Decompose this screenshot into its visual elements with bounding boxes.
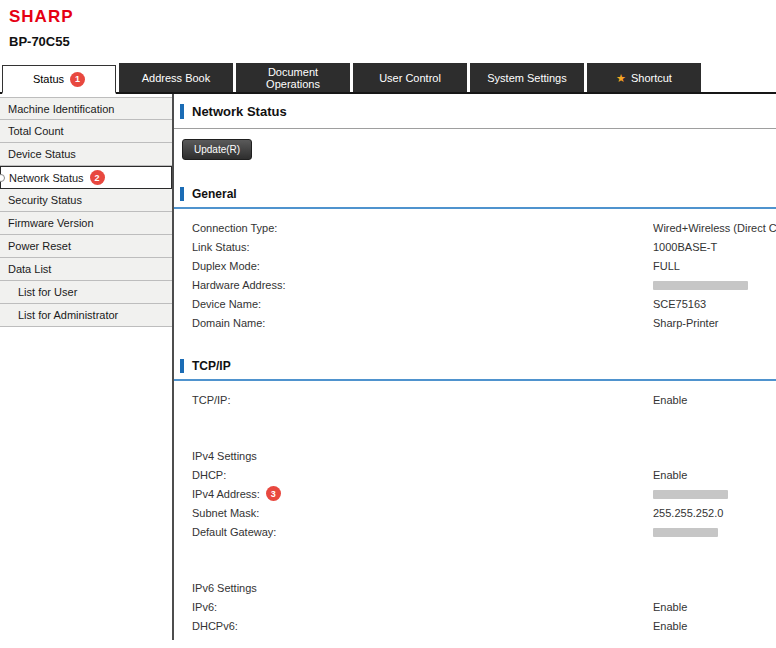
body-row: Machine Identification Total Count Devic… bbox=[0, 94, 776, 640]
row-label: IPv6: bbox=[192, 601, 653, 613]
row-value: 255.255.252.0 bbox=[653, 507, 776, 519]
model-name: BP-70C55 bbox=[9, 34, 776, 49]
tab-shortcut-label: Shortcut bbox=[631, 72, 672, 84]
tab-address-book[interactable]: Address Book bbox=[119, 63, 233, 92]
sidebar-item-total-count[interactable]: Total Count bbox=[0, 120, 172, 143]
row-label: IPv4 Address: 3 bbox=[192, 486, 653, 501]
row-value: 1000BASE-T bbox=[653, 241, 776, 253]
row-label-text: IPv4 Address: bbox=[192, 488, 260, 500]
info-subheading: IPv4 Settings bbox=[174, 446, 776, 465]
row-value: Enable bbox=[653, 469, 776, 481]
row-label: DHCP: bbox=[192, 469, 653, 481]
row-label: Duplex Mode: bbox=[192, 260, 653, 272]
sidebar-item-list-for-user[interactable]: List for User bbox=[0, 281, 172, 304]
info-row: Hardware Address: bbox=[174, 275, 776, 294]
sidebar-item-machine-identification[interactable]: Machine Identification bbox=[0, 97, 172, 120]
info-row: Subnet Mask: 255.255.252.0 bbox=[174, 503, 776, 522]
section-accent-bar bbox=[180, 187, 184, 201]
tab-address-book-label: Address Book bbox=[142, 72, 210, 84]
main-content: Network Status Update(R) General Connect… bbox=[174, 94, 776, 640]
section-accent-bar bbox=[180, 359, 184, 373]
row-label: TCP/IP: bbox=[192, 394, 653, 406]
section-tcpip: TCP/IP TCP/IP: Enable IPv4 Settings DHCP… bbox=[174, 359, 776, 640]
row-value: Wired+Wireless (Direct C bbox=[653, 222, 776, 234]
info-subheading: IPv6 Settings bbox=[174, 578, 776, 597]
info-row: IPv4 Address: 3 bbox=[174, 484, 776, 503]
row-value: SCE75163 bbox=[653, 298, 776, 310]
sidebar-item-device-status[interactable]: Device Status bbox=[0, 143, 172, 166]
info-row: TCP/IP: Enable bbox=[174, 390, 776, 409]
sidebar-item-label: Network Status bbox=[9, 172, 84, 184]
sidebar-item-label: Device Status bbox=[8, 148, 76, 160]
info-row: Device Name: SCE75163 bbox=[174, 294, 776, 313]
sidebar-item-label: Data List bbox=[8, 263, 51, 275]
row-label: IPv6 Settings bbox=[192, 582, 653, 594]
page-title: Network Status bbox=[174, 104, 776, 119]
sidebar-item-label: Power Reset bbox=[8, 240, 71, 252]
sidebar-item-firmware-version[interactable]: Firmware Version bbox=[0, 212, 172, 235]
redacted-value bbox=[653, 281, 748, 290]
sidebar-item-list-for-administrator[interactable]: List for Administrator bbox=[0, 304, 172, 327]
star-icon: ★ bbox=[616, 72, 626, 84]
title-accent-bar bbox=[180, 104, 184, 119]
row-label: Hardware Address: bbox=[192, 279, 653, 291]
row-value: Enable bbox=[653, 620, 776, 632]
row-label: Manual Address: bbox=[192, 639, 653, 641]
tab-document-operations[interactable]: Document Operations bbox=[236, 63, 350, 92]
info-row: Link Status: 1000BASE-T bbox=[174, 237, 776, 256]
row-value: FULL bbox=[653, 260, 776, 272]
row-label: IPv4 Settings bbox=[192, 450, 653, 462]
sidebar-item-label: Security Status bbox=[8, 194, 82, 206]
section-general: General Connection Type: Wired+Wireless … bbox=[174, 187, 776, 332]
tab-status-label: Status bbox=[33, 73, 64, 85]
row-label: Subnet Mask: bbox=[192, 507, 653, 519]
sidebar-item-label: Machine Identification bbox=[8, 103, 114, 115]
sidebar-item-label: Firmware Version bbox=[8, 217, 94, 229]
tab-status[interactable]: Status 1 bbox=[2, 65, 116, 94]
row-label: Default Gateway: bbox=[192, 526, 653, 538]
sidebar-item-label: Total Count bbox=[8, 125, 64, 137]
annotation-badge-2: 2 bbox=[90, 170, 105, 185]
row-label: Device Name: bbox=[192, 298, 653, 310]
redacted-value bbox=[653, 528, 718, 537]
selection-marker-icon bbox=[0, 174, 5, 182]
redacted-value bbox=[653, 490, 728, 499]
info-row: Manual Address: bbox=[174, 635, 776, 640]
sidebar: Machine Identification Total Count Devic… bbox=[0, 94, 174, 640]
row-label: DHCPv6: bbox=[192, 620, 653, 632]
tab-user-control[interactable]: User Control bbox=[353, 63, 467, 92]
info-row: Duplex Mode: FULL bbox=[174, 256, 776, 275]
sidebar-item-data-list[interactable]: Data List bbox=[0, 258, 172, 281]
row-value: Enable bbox=[653, 601, 776, 613]
section-heading: General bbox=[192, 187, 237, 201]
tab-system-settings-label: System Settings bbox=[487, 72, 566, 84]
sidebar-item-security-status[interactable]: Security Status bbox=[0, 189, 172, 212]
row-gap bbox=[174, 409, 776, 446]
update-button[interactable]: Update(R) bbox=[182, 139, 252, 160]
row-value: Sharp-Printer bbox=[653, 317, 776, 329]
row-label: Connection Type: bbox=[192, 222, 653, 234]
row-value bbox=[653, 526, 776, 538]
info-row: DHCPv6: Enable bbox=[174, 616, 776, 635]
page-title-text: Network Status bbox=[192, 104, 287, 119]
page: SHARP BP-70C55 Status 1 Address Book Doc… bbox=[0, 0, 776, 648]
row-value bbox=[653, 279, 776, 291]
info-row: DHCP: Enable bbox=[174, 465, 776, 484]
annotation-badge-3: 3 bbox=[266, 486, 281, 501]
sidebar-item-network-status[interactable]: Network Status 2 bbox=[0, 166, 172, 189]
row-value: Enable bbox=[653, 394, 776, 406]
row-label: Link Status: bbox=[192, 241, 653, 253]
tab-system-settings[interactable]: System Settings bbox=[470, 63, 584, 92]
tab-user-control-label: User Control bbox=[379, 72, 441, 84]
info-row: IPv6: Enable bbox=[174, 597, 776, 616]
info-row: Default Gateway: bbox=[174, 522, 776, 541]
info-row: Connection Type: Wired+Wireless (Direct … bbox=[174, 218, 776, 237]
header: SHARP BP-70C55 bbox=[0, 0, 776, 49]
row-gap bbox=[174, 541, 776, 578]
row-label: Domain Name: bbox=[192, 317, 653, 329]
tab-shortcut[interactable]: ★ Shortcut bbox=[587, 63, 701, 92]
tab-bar: Status 1 Address Book Document Operation… bbox=[0, 63, 776, 94]
sidebar-item-label: List for User bbox=[18, 286, 77, 298]
sharp-logo: SHARP bbox=[9, 8, 776, 26]
sidebar-item-power-reset[interactable]: Power Reset bbox=[0, 235, 172, 258]
